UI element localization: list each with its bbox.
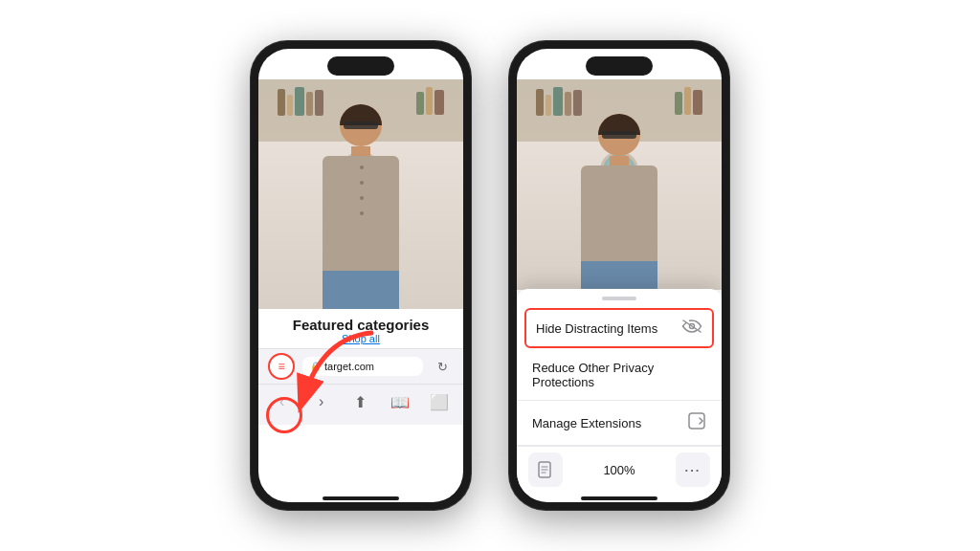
url-bar[interactable]: 🔒 target.com [302,357,423,376]
reader-button[interactable]: ≡ [268,353,295,380]
hide-distracting-label: Hide Distracting Items [536,321,657,336]
reload-button[interactable]: ↻ [431,355,454,378]
featured-section: Featured categories Shop all [258,309,463,348]
menu-item-hide-distracting[interactable]: Hide Distracting Items [524,308,714,348]
dropdown-menu: Hide Distracting Items Reduce Other Priv… [517,289,722,493]
shop-all-link[interactable]: Shop all [270,333,452,344]
hide-icon [681,319,702,338]
featured-title: Featured categories [270,317,452,333]
more-button[interactable]: ··· [676,452,710,487]
right-phone: Hide Distracting Items Reduce Other Priv… [509,41,729,510]
back-button[interactable]: ‹ [268,390,297,413]
menu-bottom-controls: 100% ··· [517,446,722,493]
browser-bar: ≡ 🔒 target.com ↻ [258,348,463,384]
home-indicator [323,496,399,500]
tabs-button[interactable]: ⬜ [425,390,454,413]
forward-button[interactable]: › [307,390,336,413]
url-text: target.com [324,361,374,372]
zoom-value[interactable]: 100% [563,463,676,477]
bookmarks-button[interactable]: 📖 [386,390,414,413]
share-button[interactable]: ⬆ [346,390,375,413]
product-photo-right [517,79,722,290]
dynamic-island [327,56,394,76]
bottom-nav: ‹ › ⬆ 📖 ⬜ [258,384,463,425]
product-photo [258,79,463,309]
extensions-label: Manage Extensions [532,416,641,430]
menu-handle [602,297,636,300]
privacy-label: Reduce Other Privacy Protections [532,361,706,389]
home-indicator-right [581,496,657,500]
left-phone: Featured categories Shop all ≡ 🔒 target.… [251,41,471,510]
menu-item-privacy[interactable]: Reduce Other Privacy Protections [517,350,722,401]
extensions-icon [687,411,706,434]
dynamic-island-right [586,56,653,76]
reader-icon: ≡ [278,360,284,373]
menu-item-extensions[interactable]: Manage Extensions [517,401,722,446]
page-icon-button[interactable] [528,452,563,487]
lock-icon: 🔒 [310,362,321,371]
